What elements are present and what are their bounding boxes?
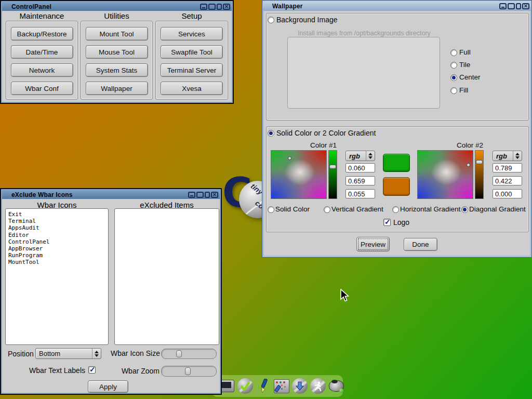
- editor-pen-icon[interactable]: [256, 378, 271, 394]
- color1-mode-value: rgb: [346, 152, 366, 160]
- color1-g-field[interactable]: 0.659: [345, 176, 375, 185]
- button-backup-restore[interactable]: Backup/Restore: [11, 27, 73, 41]
- button-system-stats[interactable]: System Stats: [86, 63, 148, 77]
- shade-icon[interactable]: [217, 4, 222, 10]
- style-solid-label: Solid Color: [275, 205, 310, 213]
- button-network[interactable]: Network: [11, 63, 73, 77]
- done-button[interactable]: Done: [404, 238, 437, 251]
- maximize-icon[interactable]: [196, 192, 204, 198]
- wbar-zoom-label: Wbar Zoom: [111, 367, 159, 375]
- color1-label: Color #1: [291, 141, 356, 149]
- list-item[interactable]: Terminal: [8, 218, 108, 224]
- background-image-radio[interactable]: [268, 17, 274, 23]
- style-solid-radio[interactable]: [268, 206, 274, 213]
- list-item[interactable]: RunProgram: [8, 252, 108, 259]
- color2-value-thumb[interactable]: [476, 160, 483, 164]
- button-mouse-tool[interactable]: Mouse Tool: [86, 45, 148, 59]
- position-label: Position: [8, 350, 34, 358]
- position-dropdown[interactable]: Bottom: [35, 348, 101, 359]
- apply-button[interactable]: Apply: [88, 380, 128, 393]
- button-xvesa[interactable]: Xvesa: [161, 82, 223, 95]
- maximize-icon[interactable]: [508, 3, 515, 9]
- minimize-icon[interactable]: [200, 4, 207, 10]
- desktop: C tiny core: [0, 0, 532, 399]
- wbar-icon-size-thumb[interactable]: [176, 350, 182, 357]
- setup-group: Services Swapfile Tool Terminal Server X…: [155, 21, 228, 100]
- mode-tile-radio[interactable]: [450, 62, 457, 69]
- controlpanel-window: ControlPanel Maintenance Backup/Restore …: [0, 0, 234, 104]
- minimize-icon[interactable]: [188, 192, 195, 198]
- button-wbar-conf[interactable]: Wbar Conf: [11, 82, 73, 95]
- style-horizontal-radio[interactable]: [392, 206, 399, 213]
- updown-arrows-icon: [513, 151, 522, 161]
- color1-r-field[interactable]: 0.060: [345, 163, 375, 172]
- list-item[interactable]: Editor: [8, 232, 108, 238]
- color1-value-slider[interactable]: [328, 150, 337, 199]
- button-wallpaper[interactable]: Wallpaper: [86, 82, 148, 95]
- utilities-group: Mount Tool Mouse Tool System Stats Wallp…: [81, 21, 153, 100]
- close-icon[interactable]: [211, 192, 218, 198]
- list-item[interactable]: AppBrowser: [8, 245, 108, 252]
- button-swapfile-tool[interactable]: Swapfile Tool: [161, 45, 223, 59]
- install-images-hint: Install images from /opt/backgrounds dir…: [291, 30, 437, 37]
- mode-full-label: Full: [459, 48, 471, 56]
- logo-checkbox[interactable]: [383, 219, 391, 226]
- excluded-items-list[interactable]: [114, 208, 219, 345]
- shade-icon[interactable]: [205, 192, 210, 198]
- window-buttons: [188, 192, 220, 198]
- wbar-icons-list[interactable]: Exit Terminal AppsAudit Editor ControlPa…: [5, 208, 109, 345]
- color2-value-slider[interactable]: [475, 150, 484, 199]
- shade-icon[interactable]: [516, 3, 521, 9]
- maintenance-group: Backup/Restore Date/Time Network Wbar Co…: [6, 21, 78, 100]
- mounttool-disk-icon[interactable]: [328, 378, 344, 394]
- close-icon[interactable]: [522, 3, 529, 9]
- color2-r-field[interactable]: 0.789: [493, 163, 522, 172]
- appsaudit-check-icon[interactable]: [237, 378, 253, 394]
- color2-b-field[interactable]: 0.000: [493, 189, 522, 198]
- updown-arrows-icon: [92, 349, 101, 358]
- close-icon[interactable]: [223, 4, 230, 10]
- exclude-title: eXclude Wbar Icons: [2, 191, 73, 198]
- runprogram-runner-icon[interactable]: [310, 378, 326, 394]
- color2-hue-plane[interactable]: [417, 150, 473, 199]
- color1-mode-dropdown[interactable]: rgb: [345, 151, 375, 161]
- list-item[interactable]: AppsAudit: [8, 224, 108, 231]
- style-vertical-label: Vertical Gradient: [331, 205, 383, 213]
- list-item[interactable]: ControlPanel: [8, 238, 108, 245]
- color1-hue-plane[interactable]: [271, 150, 327, 199]
- exclude-titlebar[interactable]: eXclude Wbar Icons: [2, 190, 220, 199]
- button-mount-tool[interactable]: Mount Tool: [86, 27, 148, 41]
- mode-center-radio[interactable]: [450, 74, 457, 81]
- button-date-time[interactable]: Date/Time: [11, 45, 73, 59]
- window-buttons: [499, 3, 531, 9]
- maximize-icon[interactable]: [208, 4, 216, 10]
- style-horizontal-label: Horizontal Gradient: [400, 205, 460, 213]
- list-item[interactable]: MountTool: [8, 259, 108, 265]
- list-item[interactable]: Exit: [8, 211, 108, 218]
- style-vertical-radio[interactable]: [324, 206, 330, 213]
- button-terminal-server[interactable]: Terminal Server: [161, 63, 223, 77]
- color1-b-field[interactable]: 0.055: [345, 189, 375, 198]
- button-services[interactable]: Services: [161, 27, 223, 41]
- style-diagonal-radio[interactable]: [461, 206, 468, 213]
- minimize-icon[interactable]: [499, 3, 507, 9]
- appbrowser-download-icon[interactable]: [292, 378, 308, 394]
- controlpanel-tools-icon[interactable]: [274, 378, 289, 394]
- color2-mode-value: rgb: [493, 152, 513, 160]
- preview-button[interactable]: Preview: [356, 237, 390, 251]
- wbar-zoom-slider[interactable]: [161, 366, 217, 377]
- wbar-text-labels-checkbox[interactable]: [88, 366, 96, 374]
- color2-g-field[interactable]: 0.422: [493, 176, 522, 185]
- color2-mode-dropdown[interactable]: rgb: [493, 151, 522, 161]
- mode-fill-radio[interactable]: [450, 87, 457, 94]
- controlpanel-titlebar[interactable]: ControlPanel: [2, 2, 232, 11]
- wbar-zoom-thumb[interactable]: [185, 367, 191, 375]
- solid-gradient-radio[interactable]: [268, 130, 274, 137]
- exclude-wbar-icons-window: eXclude Wbar Icons Wbar Icons eXcluded I…: [0, 188, 222, 395]
- wbar-icon-size-slider[interactable]: [161, 349, 217, 359]
- color1-value-thumb[interactable]: [329, 165, 336, 169]
- mode-full-radio[interactable]: [450, 49, 457, 56]
- wbar-dock: [212, 375, 343, 397]
- wallpaper-titlebar[interactable]: Wallpaper: [263, 1, 531, 11]
- background-image-listbox[interactable]: [287, 37, 440, 109]
